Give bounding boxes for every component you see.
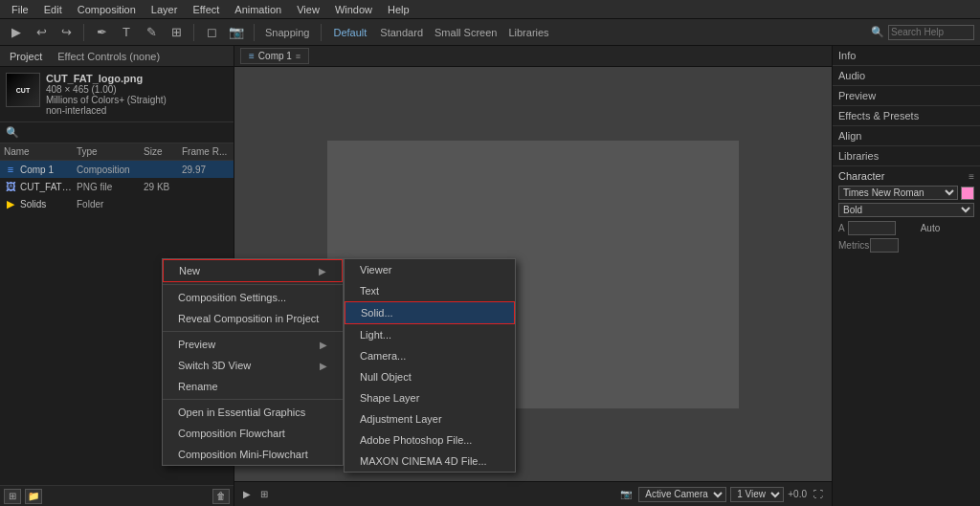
viewer-snap-btn[interactable]: ⊞ — [257, 488, 271, 500]
project-thumbnail: CUT — [6, 73, 40, 107]
right-section-effects-title[interactable]: Effects & Presets — [838, 110, 974, 121]
ctx-sub-shape-layer[interactable]: Shape Layer — [345, 387, 515, 408]
right-section-info: Info — [833, 46, 980, 66]
ctx-item-reveal-comp[interactable]: Reveal Composition in Project — [163, 308, 343, 329]
search-help-input[interactable] — [888, 25, 974, 40]
file-list-header: Name Type Size Frame R... — [0, 143, 234, 161]
ctx-sub-adjustment-layer-label: Adjustment Layer — [360, 413, 442, 425]
ctx-sub-solid[interactable]: Solid... — [345, 301, 515, 324]
ctx-sub-adjustment-layer[interactable]: Adjustment Layer — [345, 408, 515, 429]
menu-file[interactable]: File — [4, 2, 36, 17]
file-type-png: PNG file — [77, 182, 144, 192]
right-section-audio-title[interactable]: Audio — [838, 70, 974, 81]
submenu-new: Viewer Text Solid... Light... Camera... … — [344, 258, 516, 473]
ctx-item-comp-settings[interactable]: Composition Settings... — [163, 287, 343, 308]
file-row-solids[interactable]: ▶ Solids Folder — [0, 195, 234, 212]
viewer-view-select[interactable]: 1 View — [730, 487, 784, 502]
character-title: Character — [838, 170, 884, 182]
col-header-framerate: Frame R... — [182, 146, 230, 157]
ctx-new-label: New — [179, 265, 200, 276]
tab-project[interactable]: Project — [6, 49, 46, 64]
menu-edit[interactable]: Edit — [36, 2, 70, 17]
ctx-open-essential-label: Open in Essential Graphics — [178, 407, 305, 418]
ctx-item-switch-3d[interactable]: Switch 3D View ▶ — [163, 355, 343, 376]
ctx-sub-cinema-4d[interactable]: MAXON CINEMA 4D File... — [345, 451, 515, 472]
toolbar-separator-3 — [254, 24, 255, 41]
ctx-sub-null-object[interactable]: Null Object — [345, 366, 515, 387]
preview-label: Preview — [838, 90, 876, 101]
ctx-item-comp-mini-flowchart[interactable]: Composition Mini-Flowchart — [163, 444, 343, 465]
font-color-swatch[interactable] — [961, 187, 974, 200]
ctx-sub-camera-label: Camera... — [360, 350, 406, 362]
libraries-section-label: Libraries — [838, 150, 879, 162]
font-family-select[interactable]: Times New Roman — [838, 186, 958, 200]
tool-text[interactable]: T — [116, 23, 137, 42]
ctx-sub-viewer[interactable]: Viewer — [345, 259, 515, 280]
delete-item-button[interactable]: 🗑 — [212, 489, 230, 504]
ctx-sub-light[interactable]: Light... — [345, 324, 515, 345]
ctx-sub-camera[interactable]: Camera... — [345, 345, 515, 366]
character-menu-icon[interactable]: ≡ — [969, 171, 974, 182]
ctx-sub-adobe-ps[interactable]: Adobe Photoshop File... — [345, 429, 515, 451]
menu-help[interactable]: Help — [380, 2, 417, 17]
ctx-item-comp-flowchart[interactable]: Composition Flowchart — [163, 423, 343, 444]
ctx-sub-text-label: Text — [360, 285, 379, 297]
viewer-camera-btn[interactable]: 📷 — [617, 488, 635, 500]
viewer-play-btn[interactable]: ▶ — [240, 488, 254, 500]
ctx-item-preview[interactable]: Preview ▶ — [163, 334, 343, 355]
right-section-align-title[interactable]: Align — [838, 130, 974, 142]
right-section-preview-title[interactable]: Preview — [838, 90, 974, 101]
viewer-fullscreen-btn[interactable]: ⛶ — [811, 488, 826, 500]
comp-tab-menu-icon: ≡ — [296, 52, 301, 61]
tool-redo[interactable]: ↪ — [56, 23, 77, 42]
tool-camera[interactable]: 📷 — [226, 23, 247, 42]
ctx-comp-flowchart-label: Composition Flowchart — [178, 428, 285, 439]
right-section-info-title[interactable]: Info — [838, 50, 974, 61]
menu-window[interactable]: Window — [327, 2, 380, 17]
ctx-item-rename[interactable]: Rename — [163, 376, 343, 397]
tracking-input[interactable]: 0 — [870, 238, 899, 253]
file-size-png: 29 KB — [144, 182, 182, 192]
menu-animation[interactable]: Animation — [227, 2, 289, 17]
auto-label: Auto — [921, 223, 941, 233]
tab-effect-controls[interactable]: Effect Controls (none) — [54, 49, 164, 64]
col-header-type: Type — [77, 146, 144, 157]
project-dims: 408 × 465 (1.00) — [46, 84, 228, 95]
ctx-rename-label: Rename — [178, 381, 218, 392]
ctx-sub-text[interactable]: Text — [345, 280, 515, 301]
tool-stamp[interactable]: ⊞ — [166, 23, 187, 42]
ctx-sep-2 — [163, 331, 343, 332]
right-section-effects: Effects & Presets — [833, 106, 980, 126]
right-section-audio: Audio — [833, 66, 980, 86]
ctx-item-open-essential[interactable]: Open in Essential Graphics — [163, 402, 343, 423]
menu-view[interactable]: View — [289, 2, 327, 17]
ctx-reveal-comp-label: Reveal Composition in Project — [178, 313, 319, 324]
file-name-png: CUT_FAT_.png — [20, 182, 77, 192]
search-icon: 🔍 — [871, 26, 884, 38]
viewer-camera-select[interactable]: Active Camera — [638, 487, 726, 502]
file-row-png[interactable]: 🖼 CUT_FAT_.png PNG file 29 KB — [0, 178, 234, 195]
ctx-comp-mini-flowchart-label: Composition Mini-Flowchart — [178, 449, 308, 460]
tool-shape[interactable]: ◻ — [201, 23, 222, 42]
file-row-comp1[interactable]: ≡ Comp 1 Composition 29.97 — [0, 161, 234, 178]
menu-bar: File Edit Composition Layer Effect Anima… — [0, 0, 980, 19]
ctx-item-new[interactable]: New ▶ — [163, 259, 343, 282]
thumb-label: CUT — [16, 87, 30, 94]
menu-effect[interactable]: Effect — [185, 2, 227, 17]
menu-layer[interactable]: Layer — [144, 2, 186, 17]
font-style-select[interactable]: Bold — [838, 203, 974, 217]
new-item-button[interactable]: ⊞ — [4, 489, 21, 504]
tool-pen[interactable]: ✒ — [91, 23, 112, 42]
tool-undo[interactable]: ↩ — [31, 23, 52, 42]
right-section-libraries-title[interactable]: Libraries — [838, 150, 974, 162]
ctx-preview-arrow: ▶ — [320, 340, 327, 350]
menu-composition[interactable]: Composition — [70, 2, 144, 17]
comp-tab-comp1[interactable]: ≡ Comp 1 ≡ — [240, 48, 309, 64]
tool-brush[interactable]: ✎ — [141, 23, 162, 42]
small-screen-label: Small Screen — [431, 27, 501, 38]
effects-label: Effects & Presets — [838, 110, 919, 121]
font-size-input[interactable]: 300 px — [848, 221, 896, 235]
tool-select[interactable]: ▶ — [6, 23, 27, 42]
context-menu: New ▶ Composition Settings... Reveal Com… — [162, 258, 344, 466]
new-folder-button[interactable]: 📁 — [25, 489, 42, 504]
